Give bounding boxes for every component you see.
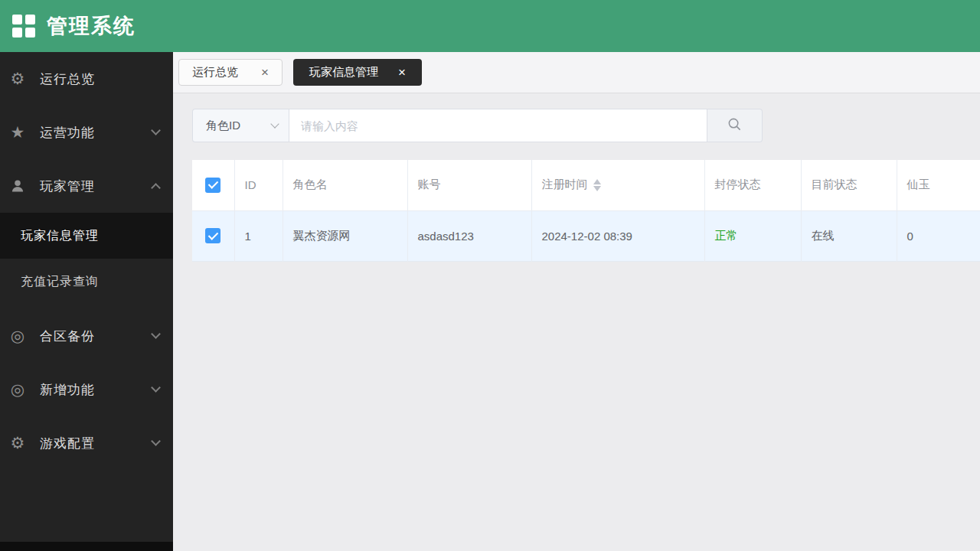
user-icon (8, 178, 28, 194)
sidebar-item-run-overview[interactable]: ⚙ 运行总览 (0, 52, 173, 106)
gear-icon: ⚙ (8, 70, 28, 88)
app-logo-icon (12, 15, 35, 37)
search-bar: 角色ID (192, 109, 763, 142)
gear-icon: ⚙ (8, 434, 28, 452)
sidebar-subitem-player-info[interactable]: 玩家信息管理 (0, 213, 173, 259)
column-header-current-status: 目前状态 (801, 160, 897, 210)
sidebar-item-label: 新增功能 (40, 381, 152, 399)
sidebar-item-game-config[interactable]: ⚙ 游戏配置 (0, 416, 173, 470)
sidebar: ⚙ 运行总览 ★ 运营功能 玩家管理 玩家信息管理 充值记录查询 ◎ 合区备份 … (0, 52, 173, 551)
sidebar-item-label: 运行总览 (40, 70, 159, 88)
sidebar-item-operations[interactable]: ★ 运营功能 (0, 106, 173, 159)
tab-player-info[interactable]: 玩家信息管理 × (293, 59, 422, 86)
content-area: 角色ID (173, 93, 980, 262)
chevron-up-icon (151, 183, 161, 193)
player-table: ID 角色名 账号 注册时间 封停状态 目前状态 仙玉 1 (192, 160, 980, 262)
sidebar-item-label: 合区备份 (40, 328, 152, 345)
column-header-account: 账号 (407, 160, 531, 210)
column-header-ban-status: 封停状态 (704, 160, 801, 210)
select-all-checkbox[interactable] (205, 178, 220, 193)
main-area: 运行总览 × 玩家信息管理 × 角色ID (173, 52, 980, 551)
sidebar-subitem-recharge-records[interactable]: 充值记录查询 (0, 259, 173, 305)
column-header-id: ID (234, 160, 283, 210)
sidebar-subitem-label: 充值记录查询 (21, 274, 99, 290)
cell-ban-status: 正常 (704, 210, 801, 261)
cell-register-time: 2024-12-02 08:39 (531, 210, 704, 261)
column-header-xianyu: 仙玉 (897, 160, 980, 210)
sidebar-item-label: 游戏配置 (40, 435, 152, 452)
app-header: 管理系统 (0, 0, 980, 52)
search-input[interactable] (289, 109, 707, 142)
sidebar-item-player-management[interactable]: 玩家管理 (0, 159, 173, 213)
search-button[interactable] (707, 109, 763, 142)
bullseye-icon: ◎ (8, 380, 28, 399)
chevron-down-icon (151, 126, 161, 135)
sidebar-footer-strip (0, 542, 173, 551)
sidebar-item-new-features[interactable]: ◎ 新增功能 (0, 363, 173, 416)
chevron-down-icon (151, 329, 161, 339)
close-icon[interactable]: × (398, 66, 406, 79)
tab-label: 玩家信息管理 (309, 65, 378, 80)
sidebar-subitem-label: 玩家信息管理 (21, 228, 99, 244)
sort-asc-icon (593, 175, 601, 184)
star-icon: ★ (8, 123, 28, 142)
sidebar-item-merge-backup[interactable]: ◎ 合区备份 (0, 309, 173, 363)
chevron-down-icon (151, 436, 161, 446)
cell-id: 1 (234, 210, 283, 261)
sort-desc-icon (593, 186, 601, 195)
cell-current-status: 在线 (801, 210, 897, 261)
sort-carets[interactable] (593, 175, 601, 195)
app-title: 管理系统 (47, 12, 136, 40)
cell-xianyu: 0 (897, 210, 980, 261)
sidebar-item-label: 运营功能 (40, 124, 152, 142)
table-row[interactable]: 1 翼杰资源网 asdasd123 2024-12-02 08:39 正常 在线… (192, 210, 980, 261)
table-header-row: ID 角色名 账号 注册时间 封停状态 目前状态 仙玉 (192, 160, 980, 210)
search-field-select[interactable]: 角色ID (192, 109, 289, 142)
tab-bar: 运行总览 × 玩家信息管理 × (173, 52, 980, 93)
bullseye-icon: ◎ (8, 327, 28, 345)
close-icon[interactable]: × (261, 66, 269, 79)
column-header-register-time: 注册时间 (531, 160, 704, 210)
column-header-role-name: 角色名 (283, 160, 407, 210)
tab-label: 运行总览 (192, 65, 238, 80)
sidebar-item-label: 玩家管理 (40, 178, 152, 195)
cell-account: asdasd123 (407, 210, 531, 261)
tab-run-overview[interactable]: 运行总览 × (178, 59, 283, 86)
search-field-selected-value: 角色ID (206, 119, 240, 133)
chevron-down-icon (151, 383, 161, 393)
row-checkbox[interactable] (205, 228, 220, 243)
chevron-down-icon (270, 119, 279, 128)
search-icon (727, 117, 742, 134)
cell-role-name: 翼杰资源网 (283, 210, 407, 261)
